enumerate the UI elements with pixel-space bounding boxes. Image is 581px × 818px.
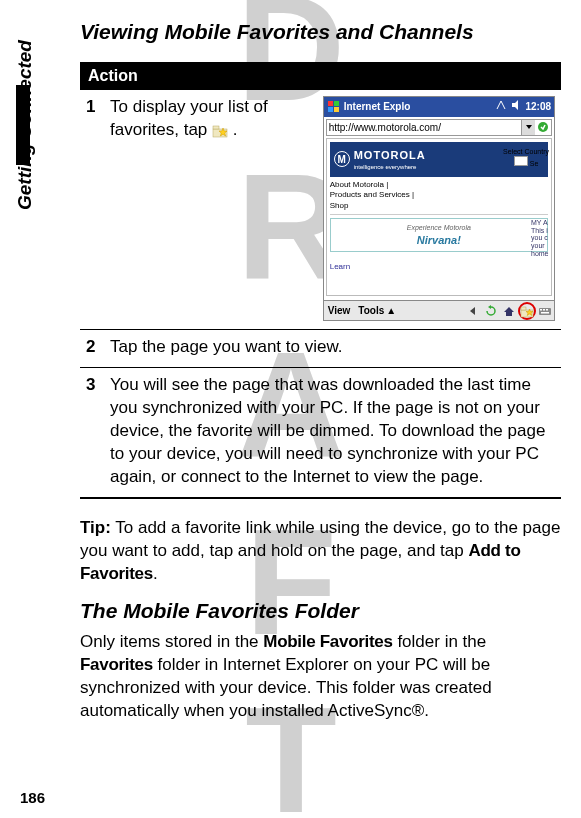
chevron-up-icon: ▲ [386,305,396,316]
svg-marker-8 [526,125,532,129]
tip-label: Tip: [80,518,111,537]
nirvana-box: Experience Motorola Nirvana! [330,218,548,252]
step-number: 1 [80,90,104,330]
go-icon [535,120,551,136]
motorola-logo-text: MOTOROLA [354,148,426,163]
svg-marker-10 [470,307,475,315]
svg-rect-14 [521,307,526,310]
step1-text-after: . [233,120,238,139]
svg-rect-5 [328,107,333,112]
svg-point-9 [538,122,548,132]
nirvana-sub: Experience Motorola [335,223,543,232]
motorola-logo-icon: M [334,151,350,167]
select-country: Select Country Se [503,147,549,169]
table-row: 1 To display your list of favorites, tap [80,90,561,330]
home-icon [500,305,518,317]
action-table-header: Action [80,62,561,90]
tip-paragraph: Tip: To add a favorite link while using … [80,517,561,586]
page-content: Viewing Mobile Favorites and Channels Ac… [0,0,581,743]
screenshot-titlebar: Internet Explo 12:08 [324,97,554,117]
screenshot-clock: 12:08 [525,100,551,114]
tools-button: Tools▲ [354,304,400,318]
svg-rect-18 [543,309,545,311]
step-text: Tap the page you want to view. [104,330,561,368]
favorites-button-highlighted [518,302,536,320]
favorites-label: Favorites [80,655,153,674]
address-bar: http://www.motorola.com/ [326,119,552,137]
step-number: 2 [80,330,104,368]
svg-marker-7 [512,100,518,110]
step-text: You will see the page that was downloade… [104,367,561,497]
svg-marker-12 [504,307,514,316]
url-field: http://www.motorola.com/ [327,120,521,136]
body-text: Only items stored in the [80,632,263,651]
step1-text-before: To display your list of favorites, tap [110,97,268,139]
signal-icon [495,99,507,115]
body-text: folder in the [393,632,487,651]
right-fragment: MY A This i you c your home [531,219,551,257]
motorola-logo-sub: intelligence everywhere [354,163,426,171]
subsection-heading: The Mobile Favorites Folder [80,599,561,623]
screenshot-webcontent: M MOTOROLA intelligence everywhere Selec… [326,138,552,296]
view-button: View [324,304,355,318]
table-row: 2 Tap the page you want to view. [80,330,561,368]
select-country-btn: Se [530,160,539,167]
svg-rect-17 [540,309,542,311]
windows-flag-icon [327,100,341,114]
site-menu: About Motorola | Products and Services |… [330,180,548,215]
svg-rect-1 [213,126,219,129]
step-text: To display your list of favorites, tap . [110,96,315,142]
tip-tail: . [153,564,158,583]
screenshot-bottombar: View Tools▲ [324,300,554,320]
section-heading: Viewing Mobile Favorites and Channels [80,20,561,44]
select-country-label: Select Country [503,147,549,156]
svg-marker-11 [488,305,491,309]
refresh-icon [482,305,500,317]
device-screenshot: Internet Explo 12:08 [323,96,555,321]
favorites-star-icon [212,122,228,138]
volume-icon [510,99,522,115]
svg-rect-3 [328,101,333,106]
svg-rect-6 [334,107,339,112]
nirvana-main: Nirvana! [335,233,543,248]
bottom-learn-link: Learn [330,262,350,273]
step-number: 3 [80,367,104,497]
svg-rect-19 [546,309,548,311]
mobile-favorites-label: Mobile Favorites [263,632,392,651]
url-dropdown-icon [521,120,535,136]
table-row: 3 You will see the page that was downloa… [80,367,561,497]
action-table: Action 1 To display your list of favorit… [80,62,561,499]
screenshot-title-text: Internet Explo [344,100,411,114]
svg-rect-20 [541,312,549,314]
page-number: 186 [20,789,45,806]
keyboard-icon [536,305,554,317]
svg-rect-4 [334,101,339,106]
body-paragraph: Only items stored in the Mobile Favorite… [80,631,561,723]
back-icon [464,305,482,317]
